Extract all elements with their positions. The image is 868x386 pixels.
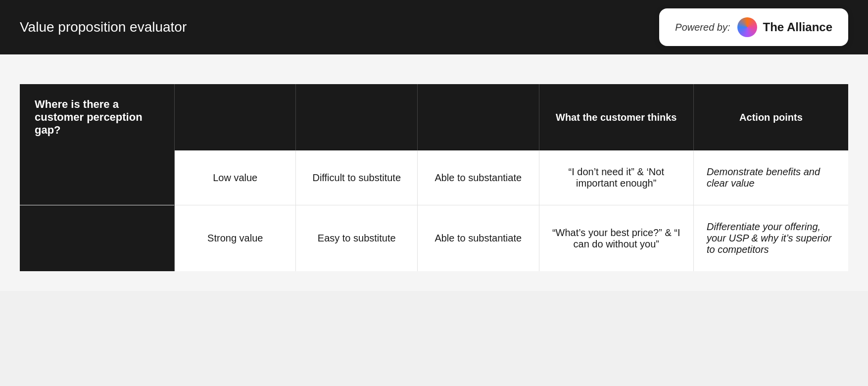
row2-col2: Strong value (174, 205, 296, 272)
alliance-orb-icon (737, 17, 757, 37)
powered-by-badge: Powered by: The Alliance (659, 8, 848, 46)
col4-header (418, 84, 539, 150)
alliance-logo: The Alliance (737, 17, 832, 37)
col1-header: Where is there a customer perception gap… (20, 84, 174, 150)
row2-col3: Easy to substitute (296, 205, 418, 272)
row2-col5: “What’s your best price?” & “I can do wi… (539, 205, 693, 272)
table-row: Strong value Easy to substitute Able to … (20, 205, 848, 272)
header: Value proposition evaluator Powered by: … (0, 0, 868, 54)
row1-col2: Low value (174, 150, 296, 205)
col2-header (174, 84, 296, 150)
table-header-row: Where is there a customer perception gap… (20, 84, 848, 150)
brand-name: The Alliance (763, 20, 832, 34)
col6-header: Action points (693, 84, 848, 150)
row2-col4: Able to substantiate (418, 205, 539, 272)
row1-col6: Demonstrate benefits and clear value (693, 150, 848, 205)
row1-col5: “I don’t need it” & ‘Not important enoug… (539, 150, 693, 205)
table-row: Low value Difficult to substitute Able t… (20, 150, 848, 205)
row2-col6: Differentiate your offering, your USP & … (693, 205, 848, 272)
row1-col1 (20, 150, 174, 205)
row2-col1 (20, 205, 174, 272)
page-title: Value proposition evaluator (20, 19, 187, 35)
col3-header (296, 84, 418, 150)
eval-table: Where is there a customer perception gap… (20, 84, 848, 271)
row1-col4: Able to substantiate (418, 150, 539, 205)
row1-col3: Difficult to substitute (296, 150, 418, 205)
main-content: Where is there a customer perception gap… (0, 54, 868, 291)
powered-by-label: Powered by: (675, 22, 730, 33)
col5-header: What the customer thinks (539, 84, 693, 150)
